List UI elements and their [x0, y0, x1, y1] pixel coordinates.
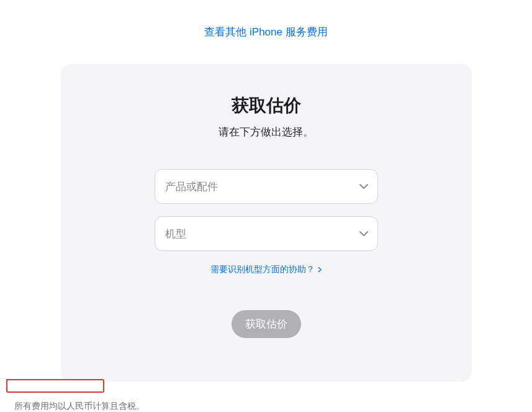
identify-model-help-link[interactable]: 需要识别机型方面的协助？	[210, 264, 322, 275]
footnotes: 所有费用均以人民币计算且含税。 截至 2023 年 2 月底，保外电池服务的费用…	[8, 399, 525, 412]
estimate-card: 获取估价 请在下方做出选择。 产品或配件 机型 需要识别机型方面的协助？ 获取估…	[61, 64, 472, 382]
card-title: 获取估价	[86, 94, 447, 117]
other-services-link[interactable]: 查看其他 iPhone 服务费用	[0, 25, 532, 39]
model-select[interactable]: 机型	[155, 216, 378, 251]
chevron-right-icon	[317, 267, 322, 272]
model-select-placeholder: 机型	[155, 216, 378, 251]
card-subtitle: 请在下方做出选择。	[86, 125, 447, 139]
product-select[interactable]: 产品或配件	[155, 169, 378, 204]
help-link-text: 需要识别机型方面的协助？	[210, 264, 315, 275]
get-estimate-button[interactable]: 获取估价	[232, 310, 301, 338]
footnote-taxes: 所有费用均以人民币计算且含税。	[14, 399, 518, 412]
product-select-placeholder: 产品或配件	[155, 169, 378, 204]
